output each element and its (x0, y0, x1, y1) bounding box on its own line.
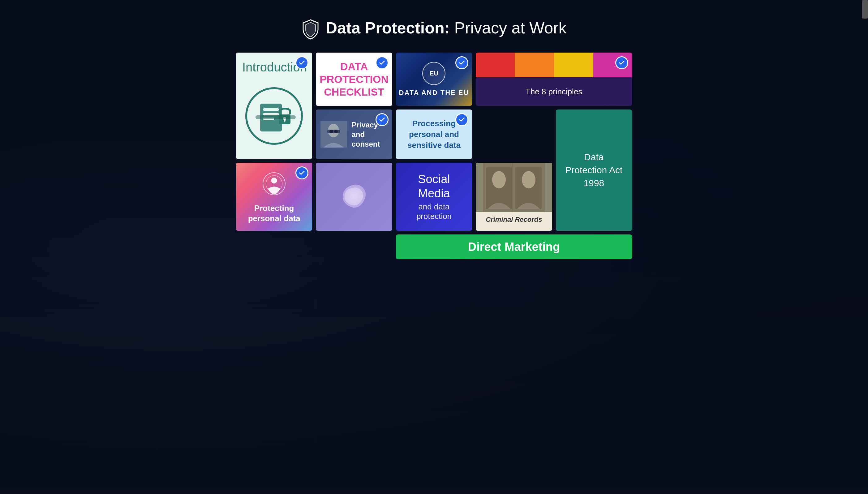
svg-rect-11 (327, 130, 340, 133)
svg-point-12 (329, 130, 333, 133)
svg-point-21 (522, 171, 536, 188)
protecting-title: Protecting personal data (242, 203, 306, 223)
check-protecting (295, 166, 308, 179)
protecting-icon (262, 170, 286, 198)
social-title: Social Media (402, 172, 466, 201)
eu-label: EU (430, 70, 438, 77)
principles-text-area: The 8 principles (476, 77, 632, 106)
svg-rect-2 (263, 108, 279, 111)
svg-point-19 (492, 171, 506, 188)
eu-title: DATA AND THE EU (399, 89, 469, 97)
page-title: Data Protection: Privacy at Work (325, 19, 566, 37)
card-social[interactable]: Social Media and data protection (396, 163, 472, 231)
criminal-photo (476, 163, 552, 212)
card-purple[interactable] (316, 163, 392, 231)
criminal-label: Criminal Records (476, 212, 552, 227)
card-eu[interactable]: EU DATA AND THE EU (396, 53, 472, 106)
card-introduction[interactable]: Introduction (236, 53, 312, 159)
cards-grid: Introduction (236, 53, 632, 259)
eu-circle: EU (422, 62, 445, 85)
svg-point-16 (271, 177, 277, 184)
dpa-title: Data Protection Act 1998 (556, 143, 632, 197)
introduction-graphic (242, 80, 306, 151)
svg-point-13 (334, 130, 338, 133)
check-privacy (375, 113, 388, 126)
card-criminal[interactable]: Criminal Records (476, 163, 552, 231)
svg-rect-3 (263, 113, 279, 115)
card-protecting[interactable]: Protecting personal data (236, 163, 312, 231)
shield-icon (301, 19, 320, 37)
card-checklist[interactable]: DATA PROTECTION CHECKLIST (316, 53, 392, 106)
card-privacy[interactable]: Privacy and consent (316, 110, 392, 159)
card-dpa[interactable]: Data Protection Act 1998 (556, 110, 632, 231)
card-processing[interactable]: Processing personal and sensitive data (396, 110, 472, 159)
principles-label: The 8 principles (525, 87, 582, 96)
principles-stripes (476, 53, 632, 77)
page-header: Data Protection: Privacy at Work (236, 12, 632, 37)
social-subtitle: and data protection (402, 202, 466, 221)
scrollbar[interactable] (862, 0, 868, 19)
page-wrapper: Data Protection: Privacy at Work Introdu… (217, 0, 651, 278)
social-text-area: Social Media and data protection (396, 166, 472, 227)
check-eu (455, 56, 468, 69)
privacy-thumbnail (321, 121, 347, 148)
card-direct[interactable]: Direct Marketing (396, 234, 632, 259)
check-checklist (375, 56, 388, 69)
purple-blob-icon (337, 179, 371, 214)
card-principles[interactable]: The 8 principles (476, 53, 632, 106)
svg-rect-8 (255, 115, 296, 119)
check-principles (615, 56, 628, 69)
direct-title: Direct Marketing (468, 240, 560, 254)
